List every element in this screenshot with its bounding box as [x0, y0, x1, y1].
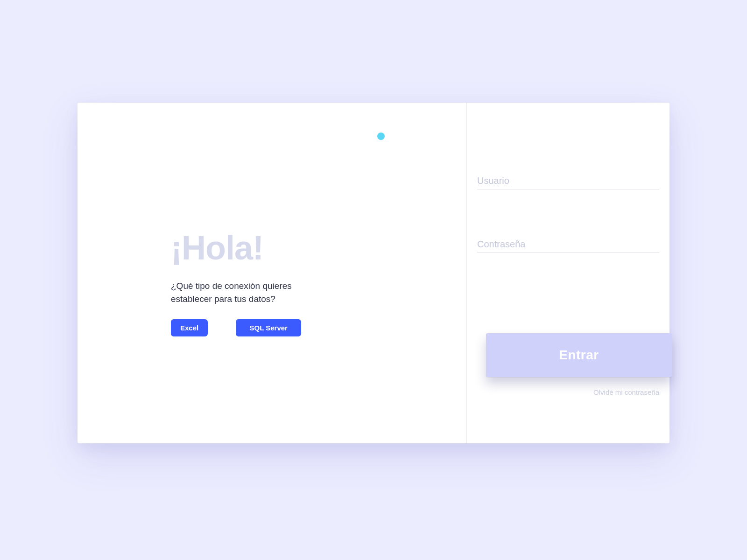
excel-button[interactable]: Excel: [171, 319, 208, 336]
accent-dot-icon: [377, 133, 385, 140]
hero-title: ¡Hola!: [171, 231, 330, 265]
sql-server-button[interactable]: SQL Server: [236, 319, 301, 336]
hero-subtitle: ¿Qué tipo de conexión quieres establecer…: [171, 280, 311, 305]
password-field-wrapper: [477, 236, 659, 253]
hero-block: ¡Hola! ¿Qué tipo de conexión quieres est…: [171, 231, 330, 336]
password-input[interactable]: [477, 236, 659, 253]
user-input[interactable]: [477, 173, 659, 189]
enter-button[interactable]: Entrar: [486, 333, 672, 377]
right-panel: Entrar Olvidé mi contraseña: [467, 103, 669, 443]
connection-button-row: Excel SQL Server: [171, 319, 330, 336]
left-panel: ¡Hola! ¿Qué tipo de conexión quieres est…: [78, 103, 467, 443]
user-field-wrapper: [477, 173, 659, 189]
forgot-password-link[interactable]: Olvidé mi contraseña: [593, 388, 659, 396]
login-card: ¡Hola! ¿Qué tipo de conexión quieres est…: [78, 103, 669, 443]
